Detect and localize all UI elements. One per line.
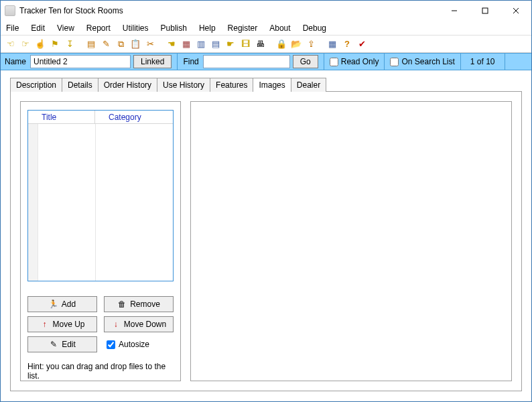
- edit-icon: ✎: [49, 340, 58, 349]
- doc-tool-icon[interactable]: ✂: [144, 38, 156, 50]
- movedown-button[interactable]: ↓Move Down: [104, 316, 174, 332]
- autosize-checkbox[interactable]: Autosize: [104, 336, 174, 352]
- menu-edit[interactable]: Edit: [31, 23, 45, 33]
- table-icon[interactable]: ▦: [326, 38, 338, 50]
- help-icon[interactable]: ?: [341, 38, 353, 50]
- name-label: Name: [1, 57, 30, 66]
- tab-details[interactable]: Details: [62, 78, 98, 92]
- app-icon: [5, 5, 15, 16]
- grid3-icon[interactable]: ▤: [210, 38, 222, 50]
- tab-features[interactable]: Features: [210, 78, 253, 92]
- movedown-label: Move Down: [124, 320, 166, 329]
- titlebar: Tracker Ten for Stock Rooms: [1, 1, 531, 21]
- record-counter: 1 of 10: [466, 57, 499, 66]
- folder-icon[interactable]: 📂: [290, 38, 302, 50]
- name-input[interactable]: [30, 55, 131, 68]
- menu-about[interactable]: About: [269, 23, 290, 33]
- find-label: Find: [183, 57, 202, 66]
- onsearch-check-input[interactable]: [390, 58, 399, 66]
- onsearch-checkbox[interactable]: On Search List: [390, 57, 454, 66]
- doc-copy-icon[interactable]: ⧉: [115, 38, 127, 50]
- svg-rect-1: [482, 8, 488, 13]
- menu-utilities[interactable]: Utilities: [123, 23, 149, 33]
- hand-up-icon[interactable]: ☝: [34, 38, 46, 50]
- list-body[interactable]: [28, 124, 173, 281]
- tab-content: Title Category 🏃Add 🗑Remove ↑Move Up ↓Mo…: [10, 91, 522, 391]
- image-list[interactable]: Title Category: [27, 110, 174, 281]
- menubar: File Edit View Report Utilities Publish …: [1, 21, 531, 36]
- tab-description[interactable]: Description: [10, 78, 62, 92]
- col-category[interactable]: Category: [95, 111, 173, 123]
- menu-view[interactable]: View: [57, 23, 74, 33]
- check-icon[interactable]: ✔: [356, 38, 368, 50]
- col-title[interactable]: Title: [28, 111, 95, 123]
- hand-left-icon[interactable]: ☜: [5, 38, 17, 50]
- add-label: Add: [62, 299, 76, 309]
- menu-debug[interactable]: Debug: [303, 23, 326, 33]
- linked-button[interactable]: Linked: [133, 55, 172, 68]
- add-button[interactable]: 🏃Add: [27, 296, 97, 312]
- go-button[interactable]: Go: [293, 55, 318, 68]
- doc-edit-icon[interactable]: ✎: [100, 38, 112, 50]
- menu-register[interactable]: Register: [228, 23, 258, 33]
- menu-publish[interactable]: Publish: [161, 23, 187, 33]
- arrow-up-icon: ↑: [40, 320, 49, 329]
- tab-use-history[interactable]: Use History: [157, 78, 210, 92]
- close-button[interactable]: [501, 1, 531, 21]
- tab-order-history[interactable]: Order History: [98, 78, 157, 92]
- edit-button[interactable]: ✎Edit: [27, 336, 97, 352]
- point-right-icon[interactable]: ☛: [224, 38, 237, 50]
- onsearch-label: On Search List: [401, 57, 454, 66]
- window-title: Tracker Ten for Stock Rooms: [19, 6, 439, 15]
- remove-button[interactable]: 🗑Remove: [104, 296, 174, 312]
- person-icon: 🏃: [49, 299, 58, 309]
- tab-dealer[interactable]: Dealer: [291, 78, 326, 92]
- moveup-label: Move Up: [52, 320, 84, 329]
- readonly-label: Read Only: [341, 57, 379, 66]
- list-header: Title Category: [28, 111, 173, 124]
- maximize-button[interactable]: [470, 1, 501, 21]
- namebar: Name Linked Find Go Read Only On Search …: [1, 53, 531, 70]
- readonly-check-input[interactable]: [330, 58, 338, 66]
- remove-label: Remove: [130, 299, 160, 309]
- preview-panel: [190, 101, 512, 381]
- menu-report[interactable]: Report: [86, 23, 111, 33]
- grid1-icon[interactable]: ▦: [180, 38, 192, 50]
- trash-icon: 🗑: [117, 299, 127, 309]
- moveup-button[interactable]: ↑Move Up: [27, 316, 97, 332]
- grid2-icon[interactable]: ▥: [195, 38, 207, 50]
- tab-images[interactable]: Images: [253, 78, 291, 92]
- print-icon[interactable]: 🖶: [254, 38, 266, 50]
- pin-icon[interactable]: ↧: [64, 38, 76, 50]
- hint-text: Hint: you can drag and drop files to the…: [27, 362, 174, 381]
- readonly-checkbox[interactable]: Read Only: [330, 57, 379, 66]
- arrow-down-icon: ↓: [111, 320, 121, 329]
- menu-help[interactable]: Help: [199, 23, 216, 33]
- toolbar: ☜ ☞ ☝ ⚑ ↧ ▤ ✎ ⧉ 📋 ✂ ☚ ▦ ▥ ▤ ☛ 🎞 🖶 🔒 📂 ⇪ …: [1, 36, 531, 53]
- tab-strip: Description Details Order History Use Hi…: [10, 77, 522, 91]
- film-icon[interactable]: 🎞: [239, 38, 251, 50]
- autosize-label: Autosize: [119, 340, 149, 349]
- point-left-icon[interactable]: ☚: [165, 38, 178, 50]
- export-icon[interactable]: ⇪: [305, 38, 317, 50]
- edit-label: Edit: [62, 340, 76, 349]
- doc-paste-icon[interactable]: 📋: [129, 38, 141, 50]
- hand-right-icon[interactable]: ☞: [19, 38, 31, 50]
- find-input[interactable]: [203, 55, 290, 68]
- autosize-check-input[interactable]: [107, 340, 115, 349]
- lock-icon[interactable]: 🔒: [275, 38, 287, 50]
- menu-file[interactable]: File: [6, 23, 19, 33]
- doc-new-icon[interactable]: ▤: [85, 38, 97, 50]
- flag-icon[interactable]: ⚑: [49, 38, 61, 50]
- minimize-button[interactable]: [439, 1, 470, 21]
- left-panel: Title Category 🏃Add 🗑Remove ↑Move Up ↓Mo…: [20, 101, 181, 381]
